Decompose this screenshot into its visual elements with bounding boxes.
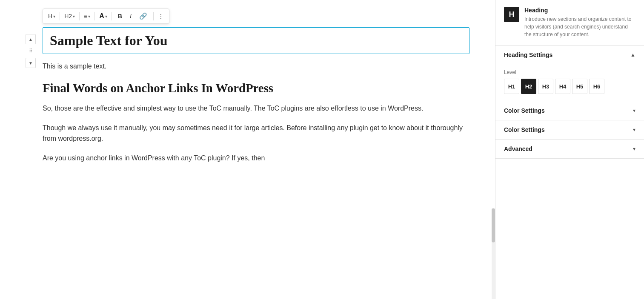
move-up-button[interactable]: ▲ [26,34,36,44]
level-label: Level [504,69,635,75]
color-settings-2-header[interactable]: Color Settings ▾ [495,120,644,139]
advanced-header[interactable]: Advanced ▾ [495,140,644,158]
italic-button[interactable]: I [126,11,135,21]
heading-size-chevron: ▾ [73,14,75,19]
advanced-section: Advanced ▾ [495,140,644,159]
heading-type-label: H [48,13,52,20]
color-settings-2-title: Color Settings [504,126,545,133]
color-settings-1-title: Color Settings [504,107,545,114]
heading-text[interactable]: Sample Text for You [50,33,462,48]
toolbar-divider-1 [60,12,60,20]
level-h3-button[interactable]: H3 [538,79,553,94]
heading-block[interactable]: Sample Text for You [43,27,469,54]
heading-type-chevron: ▾ [53,14,55,19]
drag-handle[interactable]: ⠿ [26,46,36,56]
advanced-chevron: ▾ [633,146,635,152]
link-icon: 🔗 [139,12,147,20]
color-settings-2-chevron: ▾ [633,127,635,133]
toolbar-divider-5 [153,12,154,20]
align-dropdown[interactable]: ≡ ▾ [82,11,92,21]
color-chevron: ▾ [105,14,107,19]
level-h1-button[interactable]: H1 [504,79,519,94]
level-buttons: H1 H2 H3 H4 H5 H6 [504,79,635,94]
color-settings-2-section: Color Settings ▾ [495,120,644,140]
heading-size-label: H2 [64,13,72,20]
bold-button[interactable]: B [114,11,126,21]
more-options-dropdown[interactable]: ⋮ [156,11,166,21]
heading-settings-title: Heading Settings [504,51,552,58]
heading-settings-content: Level H1 H2 H3 H4 H5 H6 [495,64,644,101]
level-h6-button[interactable]: H6 [589,79,604,94]
align-chevron: ▾ [88,14,90,19]
toolbar-divider-4 [112,12,112,20]
italic-label: I [130,13,132,20]
toolbar-divider-3 [94,12,95,20]
block-icon-letter: H [509,10,515,19]
paragraph-3: Though we always use it manually, you ma… [43,122,469,144]
block-controls: ▲ ⠿ ▼ [26,34,36,68]
color-settings-1-header[interactable]: Color Settings ▾ [495,101,644,120]
editor-area[interactable]: ▲ ⠿ ▼ H ▾ H2 ▾ ≡ ▾ A ▾ B I 🔗 [0,0,495,299]
level-h4-button[interactable]: H4 [555,79,570,94]
align-label: ≡ [84,13,87,20]
toolbar-divider-2 [79,12,80,20]
color-dropdown[interactable]: A ▾ [97,11,109,22]
more-options-icon: ⋮ [158,13,164,20]
block-title: Heading [524,7,635,14]
bold-label: B [118,13,122,20]
advanced-title: Advanced [504,145,532,152]
level-h5-button[interactable]: H5 [572,79,587,94]
color-settings-1-section: Color Settings ▾ [495,101,644,120]
sidebar: H Heading Introduce new sections and org… [495,0,644,299]
paragraph-4: Are you using anchor links in WordPress … [43,153,469,164]
heading-type-dropdown[interactable]: H ▾ [46,11,57,21]
scrollbar-track[interactable] [492,208,495,299]
section-heading: Final Words on Anchor Links In WordPress [43,80,469,96]
block-toolbar: H ▾ H2 ▾ ≡ ▾ A ▾ B I 🔗 ⋮ [43,9,169,24]
heading-settings-chevron: ▲ [630,52,635,58]
paragraph-1: This is a sample text. [43,61,469,72]
block-icon: H [504,7,519,22]
block-info: H Heading Introduce new sections and org… [495,0,644,46]
level-h2-button[interactable]: H2 [521,79,536,94]
color-label: A [99,12,104,20]
paragraph-2: So, those are the effective and simplest… [43,103,469,114]
move-down-button[interactable]: ▼ [26,58,36,68]
scrollbar-thumb[interactable] [492,208,495,242]
content-area: This is a sample text. Final Words on An… [43,61,469,163]
block-description: Introduce new sections and organize cont… [524,15,635,38]
heading-settings-section: Heading Settings ▲ Level H1 H2 H3 H4 H5 … [495,46,644,101]
block-info-text: Heading Introduce new sections and organ… [524,7,635,38]
color-settings-1-chevron: ▾ [633,108,635,114]
heading-settings-header[interactable]: Heading Settings ▲ [495,46,644,64]
link-button[interactable]: 🔗 [136,11,151,22]
heading-size-dropdown[interactable]: H2 ▾ [63,11,77,21]
